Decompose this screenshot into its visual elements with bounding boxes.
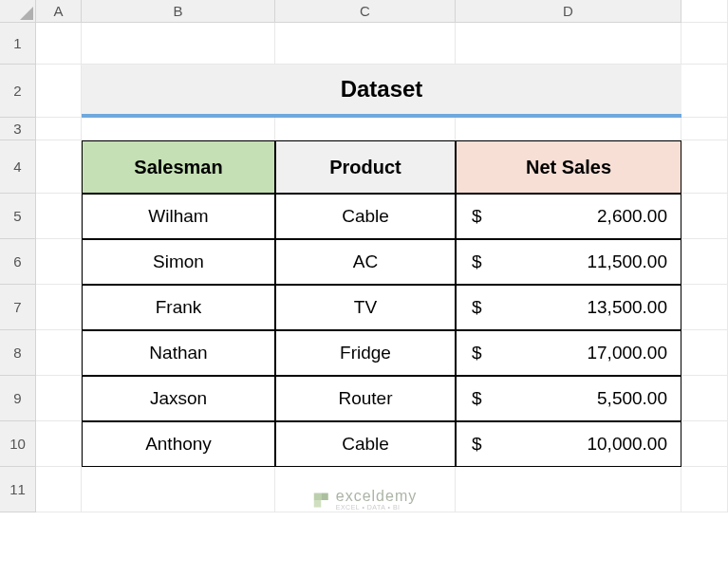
currency-value: 5,500.00 <box>597 388 667 409</box>
cell-a4[interactable] <box>36 140 82 194</box>
cell-a10[interactable] <box>36 421 82 467</box>
col-header-a[interactable]: A <box>36 0 82 23</box>
header-product[interactable]: Product <box>275 140 456 194</box>
cell-e3[interactable] <box>681 118 728 140</box>
col-header-c[interactable]: C <box>275 0 456 23</box>
row-header-2[interactable]: 2 <box>0 65 36 118</box>
cell-salesman-1[interactable]: Simon <box>82 239 275 285</box>
cell-a9[interactable] <box>36 376 82 421</box>
cell-netsales-1[interactable]: $ 11,500.00 <box>456 239 681 285</box>
currency-symbol: $ <box>472 297 482 318</box>
cell-c1[interactable] <box>275 23 456 65</box>
cell-e10[interactable] <box>681 421 728 467</box>
row-header-9[interactable]: 9 <box>0 376 36 421</box>
row-header-8[interactable]: 8 <box>0 330 36 376</box>
cell-product-4[interactable]: Router <box>275 376 456 421</box>
cell-product-0[interactable]: Cable <box>275 194 456 239</box>
cell-netsales-4[interactable]: $ 5,500.00 <box>456 376 681 421</box>
cell-a6[interactable] <box>36 239 82 285</box>
cell-product-5[interactable]: Cable <box>275 421 456 467</box>
cell-a11[interactable] <box>36 467 82 512</box>
cell-salesman-5[interactable]: Anthony <box>82 421 275 467</box>
row-header-10[interactable]: 10 <box>0 421 36 467</box>
cell-b11[interactable] <box>82 467 275 512</box>
watermark-sub: EXCEL • DATA • BI <box>336 504 417 511</box>
cell-d1[interactable] <box>456 23 681 65</box>
spreadsheet-grid: A B C D 1 2 Dataset 3 4 Salesman Product… <box>0 0 728 512</box>
watermark: exceldemy EXCEL • DATA • BI <box>311 489 417 511</box>
cell-a5[interactable] <box>36 194 82 239</box>
cell-e8[interactable] <box>681 330 728 376</box>
cell-product-1[interactable]: AC <box>275 239 456 285</box>
row-header-1[interactable]: 1 <box>0 23 36 65</box>
header-netsales[interactable]: Net Sales <box>456 140 681 194</box>
cell-netsales-5[interactable]: $ 10,000.00 <box>456 421 681 467</box>
cell-c3[interactable] <box>275 118 456 140</box>
cell-e11[interactable] <box>681 467 728 512</box>
dataset-title[interactable]: Dataset <box>82 65 681 118</box>
cell-a1[interactable] <box>36 23 82 65</box>
cell-e1[interactable] <box>681 23 728 65</box>
cell-salesman-0[interactable]: Wilham <box>82 194 275 239</box>
cell-salesman-2[interactable]: Frank <box>82 285 275 330</box>
row-header-3[interactable]: 3 <box>0 118 36 140</box>
currency-value: 10,000.00 <box>587 434 667 455</box>
cell-e4[interactable] <box>681 140 728 194</box>
cell-a7[interactable] <box>36 285 82 330</box>
row-header-11[interactable]: 11 <box>0 467 36 512</box>
currency-symbol: $ <box>472 434 482 455</box>
cell-salesman-4[interactable]: Jaxson <box>82 376 275 421</box>
cell-product-2[interactable]: TV <box>275 285 456 330</box>
cell-e2[interactable] <box>681 65 728 118</box>
currency-symbol: $ <box>472 251 482 272</box>
watermark-text: exceldemy EXCEL • DATA • BI <box>336 489 417 511</box>
cell-a3[interactable] <box>36 118 82 140</box>
watermark-main: exceldemy <box>336 489 417 504</box>
cell-salesman-3[interactable]: Nathan <box>82 330 275 376</box>
cell-d11[interactable] <box>456 467 681 512</box>
currency-value: 17,000.00 <box>587 343 667 363</box>
header-salesman[interactable]: Salesman <box>82 140 275 194</box>
currency-symbol: $ <box>472 206 482 227</box>
cell-e7[interactable] <box>681 285 728 330</box>
cell-netsales-2[interactable]: $ 13,500.00 <box>456 285 681 330</box>
currency-symbol: $ <box>472 343 482 363</box>
row-header-6[interactable]: 6 <box>0 239 36 285</box>
cell-a2[interactable] <box>36 65 82 118</box>
cell-e5[interactable] <box>681 194 728 239</box>
col-header-b[interactable]: B <box>82 0 275 23</box>
cell-e6[interactable] <box>681 239 728 285</box>
select-all-corner[interactable] <box>0 0 36 23</box>
cell-d3[interactable] <box>456 118 681 140</box>
row-header-4[interactable]: 4 <box>0 140 36 194</box>
col-header-d[interactable]: D <box>456 0 681 23</box>
col-header-empty <box>681 0 728 23</box>
cell-product-3[interactable]: Fridge <box>275 330 456 376</box>
cell-b1[interactable] <box>82 23 275 65</box>
row-header-7[interactable]: 7 <box>0 285 36 330</box>
row-header-5[interactable]: 5 <box>0 194 36 239</box>
cell-netsales-0[interactable]: $ 2,600.00 <box>456 194 681 239</box>
exceldemy-logo-icon <box>311 491 330 510</box>
cell-a8[interactable] <box>36 330 82 376</box>
currency-value: 13,500.00 <box>587 297 667 318</box>
currency-value: 11,500.00 <box>587 251 667 272</box>
currency-symbol: $ <box>472 388 482 409</box>
cell-b3[interactable] <box>82 118 275 140</box>
cell-netsales-3[interactable]: $ 17,000.00 <box>456 330 681 376</box>
currency-value: 2,600.00 <box>597 206 667 227</box>
cell-e9[interactable] <box>681 376 728 421</box>
